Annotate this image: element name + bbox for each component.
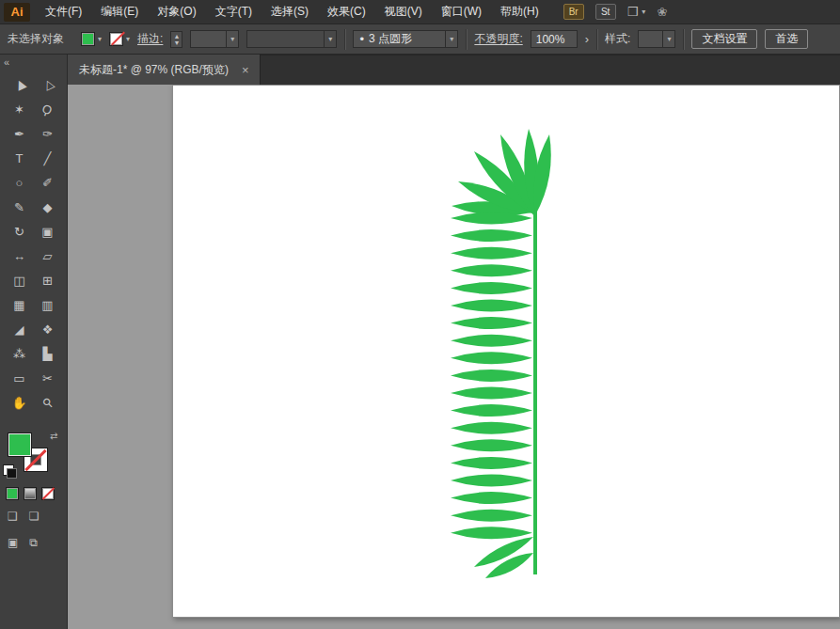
- default-fill-stroke-button[interactable]: [3, 464, 14, 476]
- pencil-tool[interactable]: ✎: [6, 196, 34, 219]
- selection-tool[interactable]: ▶: [6, 73, 34, 97]
- draw-normal-button[interactable]: ❑: [8, 510, 18, 523]
- direct-selection-tool[interactable]: ▷: [34, 73, 62, 97]
- menu-item-8[interactable]: 帮助(H): [491, 0, 548, 24]
- type-tool[interactable]: T: [6, 147, 34, 170]
- width-profile-combo[interactable]: ▾: [246, 30, 337, 48]
- shape-builder-tool[interactable]: ◫: [6, 269, 34, 292]
- pen-tool[interactable]: ✒: [6, 122, 34, 146]
- free-transform-tool[interactable]: ▱: [34, 244, 62, 268]
- symbol-sprayer-tool[interactable]: ⁂: [6, 342, 34, 366]
- control-bar: 未选择对象 ▾ ▾ 描边: ▲ ▼ ▾ ▾ • 3 点圆形 ▾ 不透明度: 10…: [0, 24, 840, 55]
- stroke-color-dropdown[interactable]: ▾: [109, 32, 130, 46]
- collapse-panel-button[interactable]: «: [4, 56, 9, 68]
- bamboo-stem: [533, 208, 537, 574]
- stepper-up-icon[interactable]: ▲: [173, 33, 180, 39]
- fill-color-indicator[interactable]: [8, 432, 32, 457]
- zoom-tool[interactable]: ⚲: [34, 391, 62, 415]
- draw-behind-button[interactable]: ❏: [29, 510, 40, 523]
- slice-tool-icon: ✂: [42, 371, 53, 385]
- selection-status-label: 未选择对象: [8, 31, 64, 47]
- opacity-value: 100%: [531, 33, 577, 46]
- menu-item-3[interactable]: 文字(T): [206, 0, 262, 24]
- paintbrush-tool-icon: ✐: [42, 176, 53, 190]
- slice-tool[interactable]: ✂: [34, 367, 62, 390]
- document-setup-button[interactable]: 文档设置: [691, 29, 757, 49]
- magic-wand-tool[interactable]: ✶: [6, 98, 34, 121]
- menu-item-1[interactable]: 编辑(E): [91, 0, 148, 24]
- screen-mode-button[interactable]: ▣: [8, 536, 18, 549]
- ladder-leaf-5: [451, 300, 532, 312]
- curvature-tool[interactable]: ✑: [34, 122, 62, 146]
- magic-wand-tool-icon: ✶: [14, 102, 24, 117]
- drawing-mode-row: ❑ ❏: [8, 510, 40, 523]
- menu-items: 文件(F)编辑(E)对象(O)文字(T)选择(S)效果(C)视图(V)窗口(W)…: [36, 0, 548, 24]
- blend-tool[interactable]: ❖: [34, 318, 62, 341]
- color-mode-button[interactable]: [6, 487, 19, 500]
- chevron-down-icon: ▾: [642, 8, 645, 16]
- canvas-area[interactable]: [68, 85, 840, 629]
- tools-panel: « ▶▷✶Ϙ✒✑T╱○✐✎◆↻▣↔▱◫⊞▦▥◢❖⁂▙▭✂✋⚲ ⇄ ❑ ❏ ▣ ⧉: [0, 55, 68, 629]
- rotate-tool[interactable]: ↻: [6, 220, 34, 244]
- menu-item-7[interactable]: 窗口(W): [432, 0, 491, 24]
- menu-item-0[interactable]: 文件(F): [36, 0, 91, 24]
- app-logo[interactable]: Ai: [4, 3, 30, 22]
- menu-bar: Ai 文件(F)编辑(E)对象(O)文字(T)选择(S)效果(C)视图(V)窗口…: [0, 0, 840, 24]
- paintbrush-tool[interactable]: ✐: [34, 171, 62, 195]
- workspace-icon: ❒: [627, 5, 639, 19]
- scale-tool[interactable]: ▣: [34, 220, 62, 244]
- ellipse-tool[interactable]: ○: [6, 171, 34, 195]
- brush-definition-combo[interactable]: • 3 点圆形 ▾: [353, 30, 458, 48]
- stroke-panel-link[interactable]: 描边:: [137, 31, 163, 47]
- artboard-tool[interactable]: ▭: [6, 367, 34, 390]
- brush-definition-value: 3 点圆形: [364, 31, 445, 47]
- tab-close-button[interactable]: ×: [242, 63, 249, 77]
- zoom-tool-icon: ⚲: [40, 395, 55, 411]
- stroke-weight-combo[interactable]: ▾: [190, 30, 239, 48]
- gradient-mode-button[interactable]: [24, 487, 37, 500]
- artwork-bamboo-branch[interactable]: [173, 86, 840, 619]
- line-segment-tool[interactable]: ╱: [34, 147, 62, 170]
- gradient-tool[interactable]: ▥: [34, 293, 62, 317]
- separator: [596, 29, 597, 50]
- menu-item-6[interactable]: 视图(V): [375, 0, 432, 24]
- opacity-combo[interactable]: 100%: [531, 30, 578, 48]
- scale-tool-icon: ▣: [41, 225, 53, 239]
- opacity-panel-link[interactable]: 不透明度:: [474, 31, 522, 47]
- perspective-grid-tool[interactable]: ⊞: [34, 269, 62, 292]
- sync-status-icon[interactable]: ❀: [657, 5, 667, 19]
- tools-panel-header: «: [0, 55, 67, 70]
- menu-item-5[interactable]: 效果(C): [318, 0, 375, 24]
- preferences-button[interactable]: 首选: [765, 29, 808, 49]
- style-combo[interactable]: ▾: [638, 30, 675, 48]
- stroke-weight-stepper[interactable]: ▲ ▼: [170, 31, 182, 48]
- ladder-leaf-3: [451, 264, 532, 276]
- none-mode-button[interactable]: [41, 487, 55, 500]
- mesh-tool[interactable]: ▦: [6, 293, 34, 317]
- color-mode-row: [6, 487, 55, 500]
- opacity-flyout-arrow[interactable]: ›: [585, 32, 589, 46]
- pen-tool-icon: ✒: [14, 127, 24, 141]
- lasso-tool[interactable]: Ϙ: [34, 98, 62, 121]
- stock-button[interactable]: St: [595, 4, 616, 20]
- workspace-switcher-button[interactable]: ❒ ▾: [627, 5, 646, 19]
- eraser-tool[interactable]: ◆: [34, 196, 62, 219]
- brush-preview-dot: •: [354, 32, 364, 46]
- graph-tool[interactable]: ▙: [34, 342, 62, 366]
- ladder-leaf-6: [451, 317, 532, 329]
- tools-grid: ▶▷✶Ϙ✒✑T╱○✐✎◆↻▣↔▱◫⊞▦▥◢❖⁂▙▭✂✋⚲: [0, 73, 67, 415]
- eyedropper-tool[interactable]: ◢: [6, 318, 34, 341]
- bridge-button[interactable]: Br: [563, 4, 584, 20]
- width-tool[interactable]: ↔: [6, 244, 34, 268]
- document-tab[interactable]: 未标题-1* @ 97% (RGB/预览) ×: [68, 55, 261, 85]
- stepper-down-icon[interactable]: ▼: [173, 39, 180, 46]
- menu-item-2[interactable]: 对象(O): [148, 0, 205, 24]
- artboard[interactable]: [172, 85, 840, 618]
- swap-fill-stroke-button[interactable]: ⇄: [50, 431, 57, 441]
- separator: [683, 29, 684, 50]
- hand-tool[interactable]: ✋: [6, 391, 34, 415]
- window-mode-icon[interactable]: ⧉: [29, 536, 38, 549]
- fill-color-dropdown[interactable]: ▾: [81, 32, 102, 46]
- menu-item-4[interactable]: 选择(S): [262, 0, 318, 24]
- fill-color-swatch: [81, 32, 95, 46]
